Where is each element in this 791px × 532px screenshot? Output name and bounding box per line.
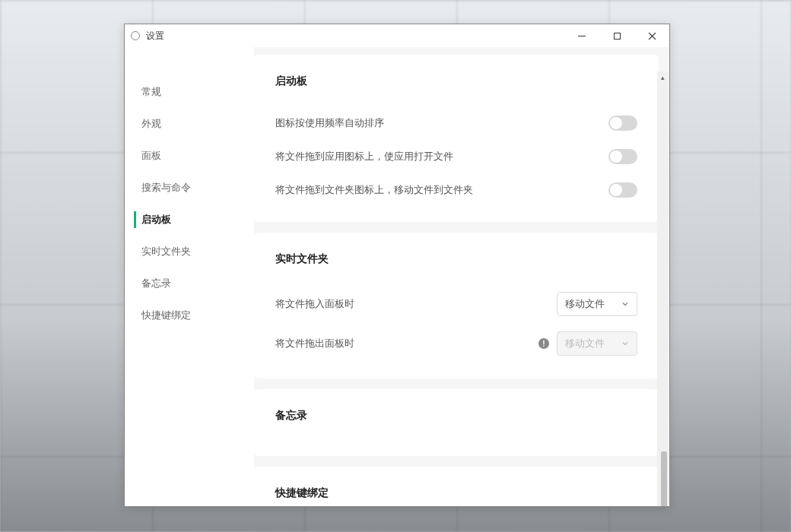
sidebar-item-search[interactable]: 搜索与命令 bbox=[125, 172, 254, 204]
scroll-up-icon[interactable]: ▴ bbox=[657, 71, 669, 84]
row-label: 将文件拖到应用图标上，使应用打开文件 bbox=[275, 150, 453, 163]
select-value: 移动文件 bbox=[565, 337, 605, 350]
toggle-drag-to-folder[interactable] bbox=[608, 182, 637, 198]
sidebar-item-livefolder[interactable]: 实时文件夹 bbox=[125, 236, 254, 268]
sidebar-item-general[interactable]: 常规 bbox=[125, 76, 254, 108]
row-label: 将文件拖出面板时 bbox=[275, 337, 354, 350]
app-icon bbox=[131, 31, 140, 40]
minimize-button[interactable] bbox=[564, 24, 599, 47]
sidebar-item-memo[interactable]: 备忘录 bbox=[125, 268, 254, 299]
section-memo: 备忘录 bbox=[254, 389, 659, 456]
toggle-sort-by-freq[interactable] bbox=[608, 116, 637, 131]
sidebar-item-hotkeys[interactable]: 快捷键绑定 bbox=[125, 299, 254, 331]
row-drag-out-panel: 将文件拖出面板时 ! 移动文件 bbox=[275, 324, 637, 363]
row-label: 将文件拖入面板时 bbox=[275, 297, 354, 311]
maximize-button[interactable] bbox=[599, 24, 634, 47]
sidebar-item-panel[interactable]: 面板 bbox=[125, 140, 254, 172]
row-drag-to-app: 将文件拖到应用图标上，使应用打开文件 bbox=[275, 140, 637, 173]
window-title: 设置 bbox=[146, 30, 164, 43]
select-value: 移动文件 bbox=[565, 297, 605, 311]
section-title-hotkeys: 快捷键绑定 bbox=[275, 486, 637, 500]
select-drag-out-action: 移动文件 bbox=[557, 331, 637, 356]
section-title-memo: 备忘录 bbox=[275, 409, 637, 423]
window-controls bbox=[564, 24, 669, 47]
info-icon[interactable]: ! bbox=[538, 338, 549, 349]
settings-window: 设置 常规外观面板搜索与命令启动板实时文件夹备忘录快捷键绑定 启动板 图标按使用… bbox=[124, 24, 670, 507]
section-title-livefolder: 实时文件夹 bbox=[275, 252, 637, 266]
toggle-drag-to-app[interactable] bbox=[608, 149, 637, 164]
chevron-down-icon bbox=[621, 340, 629, 347]
content-area: 启动板 图标按使用频率自动排序 将文件拖到应用图标上，使应用打开文件 将文件拖到… bbox=[254, 47, 669, 506]
section-launchpad: 启动板 图标按使用频率自动排序 将文件拖到应用图标上，使应用打开文件 将文件拖到… bbox=[254, 55, 659, 222]
row-label: 图标按使用频率自动排序 bbox=[275, 116, 384, 130]
chevron-down-icon bbox=[621, 300, 629, 308]
close-button[interactable] bbox=[634, 24, 669, 47]
section-livefolder: 实时文件夹 将文件拖入面板时 移动文件 将文件拖出面板时 ! bbox=[254, 233, 659, 378]
scrollbar-thumb[interactable] bbox=[661, 451, 667, 506]
section-hotkeys: 快捷键绑定 快速切换应用 ! bbox=[254, 467, 659, 506]
sidebar-item-launchpad[interactable]: 启动板 bbox=[125, 204, 254, 236]
row-label: 将文件拖到文件夹图标上，移动文件到文件夹 bbox=[275, 183, 473, 197]
row-sort-by-freq: 图标按使用频率自动排序 bbox=[275, 106, 637, 140]
section-title-launchpad: 启动板 bbox=[275, 74, 637, 88]
select-drag-in-action[interactable]: 移动文件 bbox=[557, 292, 637, 316]
scrollbar[interactable]: ▴ bbox=[657, 71, 669, 506]
row-drag-to-folder: 将文件拖到文件夹图标上，移动文件到文件夹 bbox=[275, 173, 637, 207]
row-drag-into-panel: 将文件拖入面板时 移动文件 bbox=[275, 284, 637, 324]
titlebar: 设置 bbox=[125, 24, 669, 47]
sidebar: 常规外观面板搜索与命令启动板实时文件夹备忘录快捷键绑定 bbox=[125, 47, 254, 506]
sidebar-item-appearance[interactable]: 外观 bbox=[125, 108, 254, 140]
